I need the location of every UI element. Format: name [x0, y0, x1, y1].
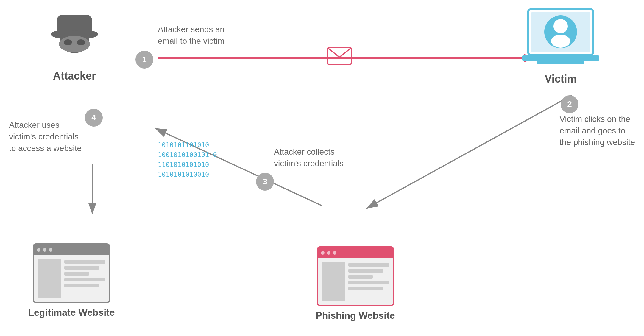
attacker-group: Attacker — [30, 6, 119, 82]
svg-point-9 — [77, 39, 85, 45]
phishing-website-group: Phishing Website — [308, 246, 403, 321]
legit-titlebar — [34, 245, 109, 255]
attacker-icon — [45, 6, 104, 66]
svg-point-7 — [59, 36, 90, 52]
dot2 — [327, 251, 330, 255]
line2 — [64, 266, 99, 270]
legit-lines — [64, 259, 105, 298]
phishing-label: Phishing Website — [308, 310, 403, 321]
svg-rect-3 — [328, 48, 351, 64]
line4 — [348, 281, 389, 284]
line1 — [348, 263, 389, 267]
step3-circle: 3 — [256, 173, 274, 191]
victim-label: Victim — [516, 73, 605, 85]
legit-label: Legitimate Website — [24, 307, 119, 318]
dot1 — [321, 251, 325, 255]
victim-icon — [522, 6, 599, 69]
legit-img — [38, 259, 61, 298]
svg-rect-15 — [522, 55, 599, 61]
email-icon — [328, 48, 351, 64]
attacker-label: Attacker — [30, 70, 119, 82]
line2 — [348, 269, 383, 273]
phishing-browser-window — [317, 246, 394, 306]
dot3 — [333, 251, 336, 255]
dot1 — [37, 248, 40, 252]
phishing-lines — [348, 262, 389, 301]
step1-circle: 1 — [135, 51, 153, 69]
binary-text: 1010101101010 1001010100101 0 1101010101… — [158, 140, 217, 179]
phishing-img — [322, 262, 345, 301]
step2-circle: 2 — [561, 95, 578, 113]
legit-website-group: Legitimate Website — [24, 243, 119, 318]
legit-body — [34, 255, 109, 302]
step1-annotation: Attacker sends an email to the victim — [158, 12, 224, 47]
line5 — [348, 287, 383, 290]
step4-circle: 4 — [85, 109, 103, 127]
legit-browser-window — [33, 243, 110, 303]
line3 — [348, 275, 373, 279]
line1 — [64, 260, 105, 264]
svg-point-8 — [64, 39, 72, 45]
line4 — [64, 278, 105, 281]
victim-group: Victim — [516, 6, 605, 85]
line5 — [64, 284, 99, 287]
phishing-titlebar — [318, 248, 393, 258]
step4-annotation: Attacker usesvictim's credentialsto acce… — [9, 119, 82, 154]
step2-annotation: Victim clicks on theemail and goes tothe… — [559, 113, 635, 148]
diagram-container: Attacker Victim 1 Attacker sends an emai… — [0, 0, 644, 336]
phishing-body — [318, 258, 393, 305]
dot2 — [43, 248, 46, 252]
svg-rect-16 — [537, 60, 584, 64]
step3-annotation: Attacker collectsvictim's credentials — [274, 146, 344, 169]
dot3 — [49, 248, 52, 252]
step2-arrow — [366, 95, 572, 209]
line3 — [64, 272, 89, 276]
svg-point-13 — [553, 19, 568, 33]
svg-point-14 — [551, 35, 570, 48]
